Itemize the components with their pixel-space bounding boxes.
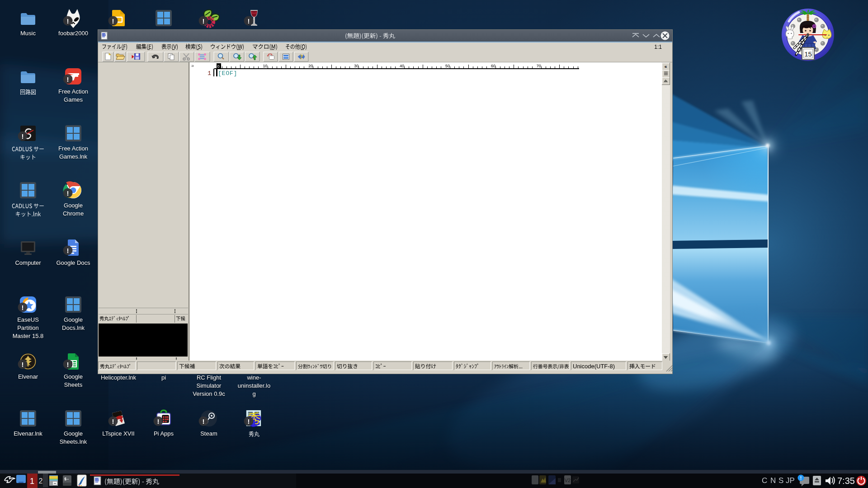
svg-text:!: ! <box>248 418 250 425</box>
svg-text:!: ! <box>67 361 69 368</box>
svg-text:$-: $- <box>64 477 69 482</box>
svg-text:S: S <box>778 476 783 485</box>
svg-text:?: ? <box>300 53 303 61</box>
svg-text:!: ! <box>203 418 205 425</box>
svg-text:1: 1 <box>30 477 34 486</box>
svg-text:7:35: 7:35 <box>837 476 855 486</box>
svg-text:2: 2 <box>39 477 43 485</box>
svg-text:»: » <box>191 63 194 68</box>
svg-text:V2: V2 <box>565 478 571 483</box>
svg-text:!: ! <box>67 75 69 83</box>
svg-text:JP: JP <box>786 476 795 485</box>
svg-text:0: 0 <box>217 64 220 69</box>
svg-text:!: ! <box>112 17 114 25</box>
svg-text:!: ! <box>22 304 24 311</box>
svg-text:60: 60 <box>491 64 495 68</box>
svg-text:!: ! <box>67 247 69 254</box>
svg-text:!: ! <box>112 418 114 425</box>
svg-text:N: N <box>770 476 776 485</box>
svg-text:!: ! <box>67 17 69 25</box>
svg-text:C: C <box>762 476 767 485</box>
svg-text:!: ! <box>800 475 802 481</box>
svg-text:[EOF]: [EOF] <box>218 70 237 77</box>
svg-text:!: ! <box>203 17 205 25</box>
svg-text:!: ! <box>22 132 24 140</box>
svg-text:70: 70 <box>537 64 541 68</box>
svg-text:«: « <box>665 64 667 69</box>
svg-text:40: 40 <box>400 64 404 68</box>
svg-text:50: 50 <box>445 64 450 68</box>
svg-text:15: 15 <box>804 50 812 58</box>
svg-text:!: ! <box>67 189 69 197</box>
svg-text:30: 30 <box>354 64 359 68</box>
svg-text:!: ! <box>248 17 250 25</box>
svg-text:!: ! <box>157 418 160 425</box>
svg-text:1:1: 1:1 <box>654 44 662 50</box>
svg-text:!: ! <box>22 361 24 368</box>
svg-text:10: 10 <box>263 64 267 68</box>
svg-text:20: 20 <box>308 64 313 68</box>
svg-text:1: 1 <box>208 70 211 77</box>
